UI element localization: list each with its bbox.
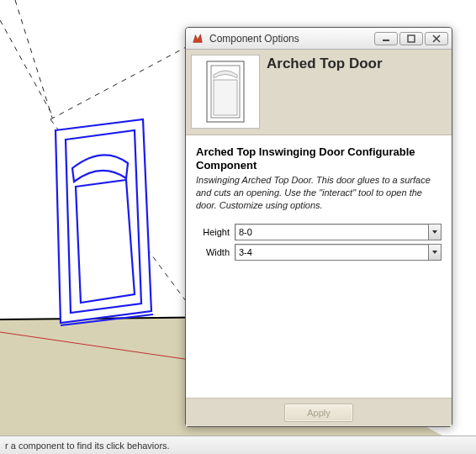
app-icon bbox=[191, 32, 204, 45]
width-input[interactable] bbox=[235, 244, 442, 261]
svg-rect-15 bbox=[214, 80, 237, 115]
component-name: Arched Top Door bbox=[267, 55, 383, 72]
svg-line-3 bbox=[15, 0, 52, 118]
window-controls bbox=[374, 32, 448, 45]
chevron-down-icon[interactable] bbox=[428, 244, 442, 261]
status-bar: r a component to find its click behavior… bbox=[0, 436, 476, 454]
maximize-button[interactable] bbox=[399, 32, 423, 45]
dialog-title: Component Options bbox=[209, 33, 374, 45]
width-select[interactable] bbox=[235, 244, 442, 261]
apply-button[interactable]: Apply bbox=[284, 404, 353, 422]
svg-line-4 bbox=[0, 20, 54, 118]
width-label: Width bbox=[196, 247, 235, 257]
dialog-body: Arched Top Door Arched Top Inswinging Do… bbox=[186, 50, 452, 426]
component-options-dialog: Component Options Arched T bbox=[185, 27, 452, 427]
header-band: Arched Top Door bbox=[186, 50, 452, 135]
svg-marker-9 bbox=[76, 180, 135, 303]
component-thumbnail bbox=[191, 55, 260, 129]
height-select[interactable] bbox=[235, 224, 442, 240]
status-text: r a component to find its click behavior… bbox=[5, 441, 170, 451]
height-label: Height bbox=[196, 227, 235, 237]
component-description: Inswinging Arched Top Door. This door gl… bbox=[196, 174, 442, 212]
height-input[interactable] bbox=[235, 224, 442, 240]
svg-rect-11 bbox=[383, 40, 389, 41]
minimize-button[interactable] bbox=[374, 32, 398, 45]
component-subheading: Arched Top Inswinging Door Configurable … bbox=[196, 145, 442, 172]
close-button[interactable] bbox=[425, 32, 448, 45]
width-row: Width bbox=[196, 244, 442, 261]
content-area: Arched Top Inswinging Door Configurable … bbox=[186, 135, 452, 398]
dialog-footer: Apply bbox=[186, 398, 452, 426]
titlebar[interactable]: Component Options bbox=[186, 28, 452, 50]
svg-rect-12 bbox=[408, 35, 415, 42]
chevron-down-icon[interactable] bbox=[428, 224, 442, 240]
height-row: Height bbox=[196, 224, 442, 240]
